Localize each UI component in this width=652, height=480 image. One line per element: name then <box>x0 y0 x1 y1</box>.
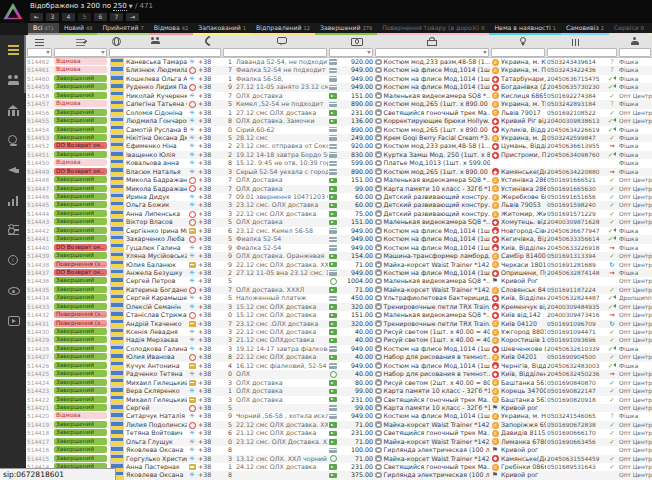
order-row[interactable]: 514451 Завершений Іващенко Юлія +38 2 19… <box>26 151 652 159</box>
filter-input[interactable] <box>547 48 617 57</box>
status-badge[interactable]: Завершений <box>54 92 107 99</box>
tab-9[interactable]: Самовивіз2 <box>561 23 609 35</box>
order-row[interactable]: 514444 Завершений Анна Липенська +38 3 2… <box>26 210 652 218</box>
order-row[interactable]: 514456 Завершений Соломія Сідоніна +38 1… <box>26 109 652 117</box>
filter-input[interactable] <box>54 48 107 57</box>
sidebar-item-statistics[interactable] <box>0 185 26 215</box>
order-row[interactable]: 514423 Завершений Вера Скляренко +38 1 О… <box>26 387 652 395</box>
tab-5[interactable]: Відправлений12 <box>251 23 315 35</box>
order-row[interactable]: 514428 Завершений Солодкова Галина В... … <box>26 345 652 353</box>
sidebar-item-orders[interactable] <box>0 35 26 65</box>
order-row[interactable]: 514419 Завершений Лилия Подолинская +38 … <box>26 421 652 429</box>
order-row[interactable]: 514458 Завершений Николай Кучеренко +38 … <box>26 92 652 100</box>
order-row[interactable]: 514461 Відмова⊘ Близнюк Людмила ... +38 … <box>26 66 652 74</box>
sidebar-item-bank[interactable] <box>0 95 26 125</box>
status-badge[interactable]: Завершений <box>54 404 107 411</box>
order-row[interactable]: 514441 Завершений Захарченко Люба +38 5 … <box>26 235 652 243</box>
order-row[interactable]: 514450 Відмова⊘ Ковальова анна +38 8 15.… <box>26 159 652 167</box>
sidebar-item-video[interactable] <box>0 305 26 335</box>
status-badge[interactable]: Завершений <box>54 83 107 90</box>
column-header-country-globe-icon[interactable] <box>108 37 125 46</box>
order-row[interactable]: 514438 Повернення (з... Юлия Баланюк +38… <box>26 261 652 269</box>
status-badge[interactable]: DO Возврат ок.. <box>54 269 107 276</box>
status-badge[interactable]: DO Возврат ок.. <box>54 168 107 175</box>
order-row[interactable]: 514432 Повернення (з... Станіслав Стрижа… <box>26 311 652 319</box>
sidebar-item-marketing[interactable] <box>0 155 26 185</box>
filter-input[interactable] <box>619 48 651 57</box>
status-badge[interactable]: Повернення (з... <box>54 261 107 268</box>
tab-10[interactable]: Сервіси0 <box>609 23 649 35</box>
order-row[interactable]: 514448 Завершений Микола Бадражан +38 7 … <box>26 176 652 184</box>
status-badge[interactable]: DO Возврат ок.. <box>54 142 107 149</box>
sidebar-scrollbar[interactable] <box>24 35 26 93</box>
column-header-tracking-scan-icon[interactable] <box>546 38 606 45</box>
pagination-page[interactable]: 3 <box>46 13 59 21</box>
column-header-id-list-icon[interactable] <box>26 38 53 45</box>
column-header-basket-icon[interactable] <box>374 37 490 46</box>
order-row[interactable]: 514435 Завершений Катерина Богданова +38… <box>26 286 652 294</box>
status-badge[interactable]: Завершений <box>54 429 107 436</box>
status-badge[interactable]: DO Возврат ок.. <box>54 244 107 251</box>
column-header-comment-icon[interactable] <box>235 37 328 46</box>
status-badge[interactable]: Завершений <box>54 252 107 259</box>
status-badge[interactable]: Відмова <box>54 159 107 166</box>
order-row[interactable]: 514447 Завершений Микола Бадражан +38 7 … <box>26 185 652 193</box>
tab-6[interactable]: Завершений278 <box>315 23 377 35</box>
status-badge[interactable]: Завершений <box>54 455 107 462</box>
order-row[interactable]: 514439 Завершений Уляна Мусійовська +38 … <box>26 252 652 260</box>
status-badge[interactable]: Завершений <box>54 75 107 82</box>
status-badge[interactable]: Завершений <box>54 353 107 360</box>
status-badge[interactable]: Завершений <box>54 370 107 377</box>
status-badge[interactable]: Завершений <box>54 336 107 343</box>
status-badge[interactable]: Повернення (з... <box>54 320 107 327</box>
order-row[interactable]: 514424 Завершений Михаил Гилецький +38 3… <box>26 379 652 387</box>
pagination-page[interactable]: 4 <box>62 13 75 21</box>
status-badge[interactable]: Завершений <box>54 227 107 234</box>
tab-1[interactable]: Новий48 <box>59 23 98 35</box>
order-row[interactable]: 514462 Відмова⊘ Каневська Тамара ... +38… <box>26 58 652 66</box>
order-row[interactable]: 514453 Завершений Нікітіна Оксана Дми...… <box>26 134 652 142</box>
status-badge[interactable]: Завершений <box>54 303 107 310</box>
status-badge[interactable]: Завершений <box>54 345 107 352</box>
sidebar-item-clients[interactable] <box>0 65 26 95</box>
order-row[interactable]: 514416 Завершений Яковлева Оксана +38 8 … <box>26 446 652 454</box>
pagination-first[interactable]: ⇤ <box>30 13 43 21</box>
column-header-clients-icon[interactable] <box>125 37 187 46</box>
tab-0[interactable]: Всі471 <box>28 23 59 35</box>
column-header-money-icon[interactable] <box>338 37 374 46</box>
chevron-down-icon[interactable]: ▼ <box>129 3 133 9</box>
sidebar-item-finance[interactable] <box>0 125 26 155</box>
order-row[interactable]: 514449 DO Возврат ок.. Власюк Наталья +3… <box>26 168 652 176</box>
filter-input[interactable] <box>27 48 52 57</box>
order-row[interactable]: 514437 DO Возврат ок.. Анжела Безушку +3… <box>26 269 652 277</box>
display-range[interactable]: Відображено з 200 по 250 ▼ / 471 <box>30 2 153 10</box>
order-row[interactable]: 514460 Завершений Кошелева Ольга Ар... +… <box>26 75 652 83</box>
column-header-location-pin-icon[interactable] <box>500 37 546 46</box>
status-badge[interactable]: Завершений <box>54 126 107 133</box>
order-row[interactable]: 514440 DO Возврат ок.. Гуцалюк Галина +3… <box>26 244 652 252</box>
order-row[interactable]: 514426 Завершений Кучук Антонина +38 4 1… <box>26 362 652 370</box>
order-row[interactable]: 514425 Завершений Радченко Тетяна +38 0 … <box>26 370 652 378</box>
order-row[interactable]: 514442 Завершений Сергієнко Ірина Ми... … <box>26 227 652 235</box>
display-range-to[interactable]: 250 <box>113 2 126 11</box>
status-badge[interactable]: Завершений <box>54 421 107 428</box>
status-badge[interactable]: Завершений <box>54 109 107 116</box>
order-row[interactable]: 514455 Завершений Людмила Гончарова +38 … <box>26 117 652 125</box>
filter-input[interactable] <box>329 48 373 57</box>
status-badge[interactable]: Відмова <box>54 412 107 419</box>
status-badge[interactable]: Завершений <box>54 185 107 192</box>
order-row[interactable]: 514414 Завершений Анна Пастернак +38 1 2… <box>26 463 652 471</box>
status-badge[interactable]: Завершений <box>54 396 107 403</box>
sidebar-item-info[interactable] <box>0 245 26 275</box>
pagination-page[interactable]: 5 <box>78 13 91 21</box>
order-row[interactable]: 514445 Завершений Ольга Божик +38 3 23.1… <box>26 201 652 209</box>
status-badge[interactable]: Завершений <box>54 438 107 445</box>
status-badge[interactable]: Завершений <box>54 277 107 284</box>
column-header-status-listedit-icon[interactable] <box>53 38 108 45</box>
status-badge[interactable]: Відмова <box>54 100 107 107</box>
column-header-phone-icon[interactable] <box>197 37 222 46</box>
sidebar-item-settings[interactable] <box>0 215 26 245</box>
status-badge[interactable]: Завершений <box>54 328 107 335</box>
order-row[interactable]: 514421 Завершений Сергей +38 5 99.00 Кар… <box>26 404 652 412</box>
order-row[interactable]: 514433 Завершений Олексій Семанін +38 3 … <box>26 303 652 311</box>
